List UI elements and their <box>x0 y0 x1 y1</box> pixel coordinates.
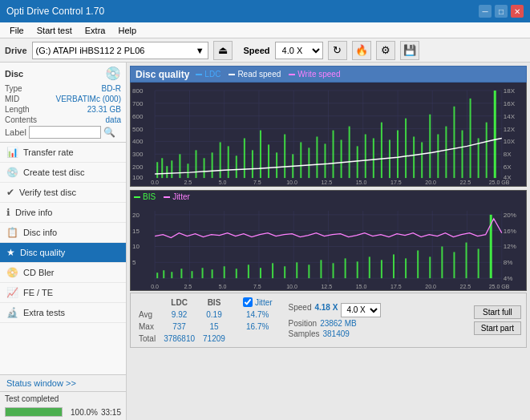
bottom-chart-header: BIS Jitter <box>130 190 527 203</box>
svg-rect-39 <box>308 147 310 178</box>
sidebar-item-drive-info[interactable]: ℹ Drive info <box>0 203 126 223</box>
svg-text:20: 20 <box>132 212 140 219</box>
svg-text:0.0: 0.0 <box>151 180 159 185</box>
svg-rect-118 <box>272 263 273 278</box>
max-bis: 15 <box>201 321 230 332</box>
speed-target-select[interactable]: 4.0 X <box>341 303 381 317</box>
eject-button[interactable]: ⏏ <box>213 41 233 60</box>
sidebar-item-fe-te[interactable]: 📈 FE / TE <box>0 283 126 303</box>
save-button[interactable]: 💾 <box>400 41 419 60</box>
speed-value-stat: 4.18 X <box>314 303 338 317</box>
label-search-icon[interactable]: 🔍 <box>103 127 115 138</box>
create-test-disc-icon: 💿 <box>6 167 18 178</box>
progress-bar-fill <box>6 408 62 416</box>
minimize-button[interactable]: ─ <box>479 5 492 18</box>
label-input[interactable] <box>29 126 101 139</box>
avg-ldc: 9.92 <box>162 309 200 320</box>
extra-tests-icon: 🔬 <box>6 307 18 318</box>
sidebar-item-disc-info[interactable]: 📋 Disc info <box>0 223 126 243</box>
svg-text:17.5: 17.5 <box>390 284 402 289</box>
elapsed-time: 33:15 <box>101 408 121 417</box>
svg-text:12%: 12% <box>504 244 516 251</box>
refresh-button[interactable]: ↻ <box>328 41 347 60</box>
window-controls: ─ □ ✕ <box>479 5 524 18</box>
svg-text:10: 10 <box>132 244 140 251</box>
svg-text:100: 100 <box>132 174 144 181</box>
svg-rect-22 <box>171 160 172 178</box>
svg-rect-40 <box>316 136 318 178</box>
sidebar-item-cd-bler[interactable]: 📀 CD Bler <box>0 263 126 283</box>
menu-bar: File Start test Extra Help <box>0 22 530 38</box>
transfer-rate-icon: 📊 <box>6 147 18 158</box>
app-title: Opti Drive Control 1.70 <box>6 6 104 17</box>
progress-area: Test completed <box>0 391 126 406</box>
svg-rect-33 <box>260 131 261 179</box>
drive-info-icon: ℹ <box>6 207 10 218</box>
sidebar-item-transfer-rate[interactable]: 📊 Transfer rate <box>0 143 126 163</box>
start-part-button[interactable]: Start part <box>474 321 521 335</box>
write-legend-color <box>289 74 295 75</box>
menu-help[interactable]: Help <box>111 25 143 36</box>
svg-text:12.5: 12.5 <box>321 180 332 185</box>
sidebar-item-verify-test-disc[interactable]: ✔ Verify test disc <box>0 183 126 203</box>
svg-rect-135 <box>478 248 479 278</box>
type-label: Type <box>5 84 22 93</box>
svg-rect-57 <box>453 107 455 178</box>
burn-button[interactable]: 🔥 <box>352 41 371 60</box>
svg-text:12X: 12X <box>504 126 516 133</box>
avg-bis: 0.19 <box>201 309 230 320</box>
svg-rect-116 <box>248 265 249 278</box>
svg-text:20.0: 20.0 <box>425 180 436 185</box>
total-label: Total <box>137 333 160 344</box>
svg-text:4%: 4% <box>504 275 513 282</box>
position-label: Position <box>289 319 318 328</box>
drive-selector[interactable]: (G:) ATAPI iHBS112 2 PL06 ▼ <box>32 42 208 59</box>
svg-rect-133 <box>453 252 455 278</box>
svg-text:16%: 16% <box>504 228 516 235</box>
sidebar-item-disc-quality[interactable]: ★ Disc quality <box>0 243 126 263</box>
svg-rect-114 <box>224 266 225 278</box>
menu-start-test[interactable]: Start test <box>30 25 79 36</box>
svg-rect-31 <box>244 138 245 178</box>
svg-rect-107 <box>156 273 158 278</box>
svg-rect-117 <box>260 268 261 278</box>
svg-text:2.5: 2.5 <box>184 284 192 289</box>
main-layout: Disc 💿 Type BD-R MID VERBATIMc (000) Len… <box>0 63 530 420</box>
settings-button[interactable]: ⚙ <box>376 41 395 60</box>
svg-rect-53 <box>421 142 423 178</box>
mid-value: VERBATIMc (000) <box>56 95 122 103</box>
status-text: Test completed <box>5 394 59 403</box>
svg-rect-111 <box>191 271 192 278</box>
close-button[interactable]: ✕ <box>511 5 524 18</box>
sidebar-item-extra-tests[interactable]: 🔬 Extra tests <box>0 303 126 323</box>
disc-panel-title: Disc <box>5 69 23 79</box>
svg-rect-42 <box>333 131 334 179</box>
sidebar-item-create-test-disc[interactable]: 💿 Create test disc <box>0 163 126 183</box>
ldc-header: LDC <box>162 297 200 308</box>
disc-icon: 💿 <box>105 66 121 81</box>
svg-text:16X: 16X <box>504 100 516 107</box>
svg-rect-115 <box>236 269 237 278</box>
read-legend-color <box>229 74 235 75</box>
start-full-button[interactable]: Start full <box>474 305 521 319</box>
fe-te-icon: 📈 <box>6 287 18 298</box>
menu-extra[interactable]: Extra <box>79 25 112 36</box>
type-value: BD-R <box>102 84 121 93</box>
maximize-button[interactable]: □ <box>495 5 508 18</box>
legend-bis: BIS <box>134 192 156 201</box>
total-bis: 71209 <box>201 333 230 344</box>
svg-rect-20 <box>161 158 163 178</box>
status-window-label: Status window >> <box>6 378 76 388</box>
speed-select[interactable]: 4.0 X 2.0 X 8.0 X <box>275 42 323 59</box>
svg-rect-38 <box>300 142 301 178</box>
svg-rect-131 <box>429 256 431 278</box>
jitter-checkbox[interactable] <box>243 297 253 307</box>
svg-text:6X: 6X <box>504 164 512 171</box>
svg-rect-110 <box>180 269 182 278</box>
length-label: Length <box>5 105 30 114</box>
status-window-button[interactable]: Status window >> <box>0 374 126 391</box>
legend-jitter-label: Jitter <box>172 192 190 201</box>
svg-rect-125 <box>357 261 358 278</box>
menu-file[interactable]: File <box>3 25 30 36</box>
svg-rect-58 <box>462 131 463 179</box>
